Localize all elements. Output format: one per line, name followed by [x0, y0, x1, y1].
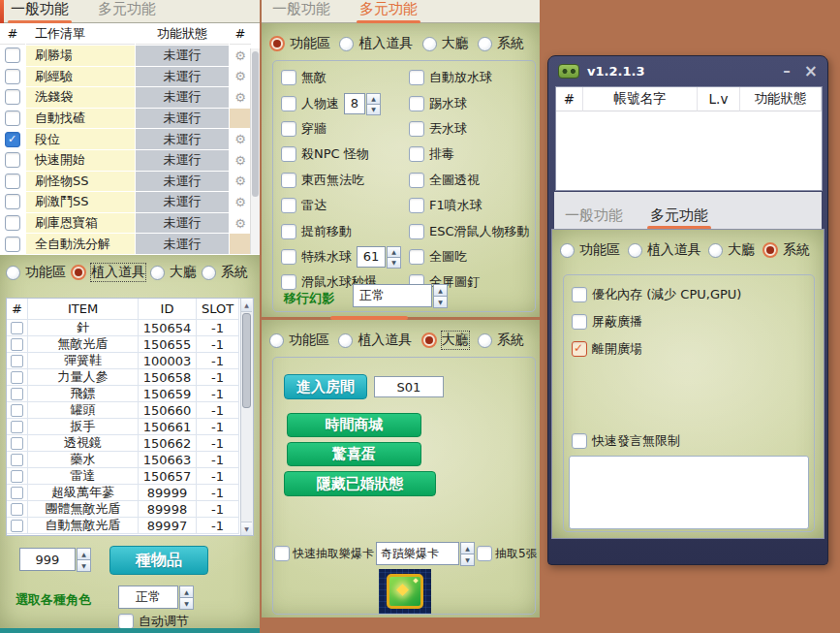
radio-lobby[interactable]: 大廳 [421, 332, 469, 349]
item-checkbox[interactable] [11, 437, 23, 450]
feature-checkbox[interactable]: 人物速8▲▼ [281, 90, 409, 115]
feature-checkbox[interactable]: 踢水球 [409, 90, 535, 115]
feature-stepper-value[interactable]: 8 [344, 93, 365, 114]
feature-checkbox[interactable]: 特殊水球61▲▼ [281, 244, 409, 269]
feature-checkbox[interactable]: 穿牆 [281, 116, 409, 142]
feature-checkbox[interactable]: ESC滑鼠人物移動 [409, 218, 535, 243]
radio-system[interactable]: 系統 [762, 241, 810, 259]
speech-text-area[interactable] [569, 456, 809, 529]
scrollbar-thumb[interactable] [242, 313, 251, 408]
radio-implant-item[interactable]: 植入道具 [628, 241, 701, 259]
feature-checkbox[interactable]: 全圖吃 [409, 244, 535, 269]
feature-checkbox[interactable]: 雷达 [281, 193, 409, 218]
fast-lottery-checkbox[interactable]: 快速抽取樂爆卡 [274, 546, 374, 562]
fast-speech-checkbox[interactable]: 快速發言無限制 [572, 432, 680, 450]
item-checkbox[interactable] [11, 371, 23, 384]
radio-system[interactable]: 系統 [478, 35, 524, 52]
feature-checkbox[interactable]: 提前移動 [281, 218, 409, 243]
feature-checkbox[interactable]: 自動放水球 [409, 65, 535, 90]
task-checkbox[interactable] [5, 152, 20, 168]
scroll-down-icon[interactable]: ▼ [241, 522, 252, 535]
shift-phantom-select[interactable]: 正常 ▲▼ [353, 284, 448, 307]
gear-icon[interactable]: ⚙ [230, 213, 251, 234]
quantity-stepper[interactable]: 999 ▲▼ [19, 548, 91, 571]
task-checkbox[interactable] [5, 194, 20, 209]
task-checkbox[interactable] [5, 174, 20, 189]
radio-function-area[interactable]: 功能區 [269, 35, 330, 52]
radio-lobby[interactable]: 大廳 [708, 241, 755, 259]
spin-down-icon[interactable]: ▼ [433, 296, 448, 308]
task-checkbox[interactable] [5, 89, 20, 105]
role-select[interactable]: 正常 ▲▼ [118, 586, 194, 609]
tab-general-functions[interactable]: 一般功能 [270, 0, 332, 22]
task-checkbox[interactable] [5, 111, 20, 126]
shift-phantom-value[interactable]: 正常 [353, 284, 432, 307]
item-checkbox[interactable] [11, 355, 23, 367]
radio-function-area[interactable]: 功能區 [269, 332, 329, 349]
item-checkbox[interactable] [11, 338, 23, 351]
radio-lobby[interactable]: 大廳 [150, 264, 197, 281]
item-checkbox[interactable] [11, 404, 23, 417]
minimize-button[interactable]: – [783, 62, 791, 79]
task-checkbox[interactable] [5, 215, 20, 231]
feature-checkbox[interactable]: 全圖透視 [409, 168, 535, 193]
gear-icon[interactable]: ⚙ [230, 150, 251, 171]
item-checkbox[interactable] [11, 470, 23, 483]
hide-married-status-button[interactable]: 隱藏已婚狀態 [284, 471, 436, 496]
feature-checkbox[interactable]: 東西無法吃 [281, 168, 409, 193]
item-checkbox[interactable] [11, 487, 23, 499]
item-checkbox[interactable] [11, 322, 23, 334]
radio-system[interactable]: 系統 [202, 264, 248, 281]
feature-checkbox[interactable]: 排毒 [409, 142, 535, 167]
spin-down-icon[interactable]: ▼ [77, 559, 91, 572]
room-code-input[interactable]: S01 [374, 376, 444, 397]
tab-general-functions[interactable]: 一般功能 [9, 0, 71, 22]
item-checkbox[interactable] [11, 520, 23, 532]
tab-multi-functions[interactable]: 多元功能 [358, 0, 420, 22]
gear-icon[interactable]: ⚙ [230, 129, 251, 149]
system-checkbox[interactable]: 屏蔽廣播 [572, 308, 741, 335]
task-checkbox[interactable] [5, 237, 20, 252]
radio-implant-item[interactable]: 植入道具 [339, 35, 413, 52]
item-checkbox[interactable] [11, 388, 23, 400]
feature-stepper[interactable]: 8▲▼ [344, 93, 381, 114]
gear-icon[interactable]: ⚙ [230, 87, 251, 108]
task-table-scrollbar[interactable] [250, 48, 260, 254]
plant-item-button[interactable]: 種物品 [109, 546, 208, 575]
feature-checkbox[interactable]: F1噴水球 [409, 193, 535, 218]
radio-implant-item[interactable]: 植入道具 [338, 332, 412, 349]
radio-implant-item[interactable]: 植入道具 [71, 264, 145, 281]
radio-function-area[interactable]: 功能區 [560, 241, 620, 259]
lottery-card-value[interactable]: 奇蹟樂爆卡 [376, 542, 459, 565]
item-checkbox[interactable] [11, 503, 23, 516]
spin-down-icon[interactable]: ▼ [179, 597, 194, 610]
gear-icon[interactable]: ⚙ [230, 172, 251, 192]
feature-checkbox[interactable]: 無敵 [281, 65, 409, 90]
scrollbar-thumb[interactable] [252, 51, 259, 197]
scroll-up-icon[interactable]: ▲ [241, 299, 252, 312]
tab-general-functions[interactable]: 一般功能 [563, 206, 625, 229]
quantity-value[interactable]: 999 [19, 548, 76, 571]
feature-stepper[interactable]: 61▲▼ [357, 246, 401, 268]
task-checkbox[interactable] [5, 47, 20, 63]
tab-multi-functions[interactable]: 多元功能 [96, 0, 158, 22]
spin-down-icon[interactable]: ▼ [366, 104, 381, 115]
task-checkbox[interactable] [5, 69, 20, 84]
surprise-egg-button[interactable]: 驚喜蛋 [287, 442, 421, 466]
gear-icon[interactable]: ⚙ [230, 192, 251, 212]
item-table-scrollbar[interactable]: ▲ ▼ [240, 299, 253, 535]
tab-multi-functions[interactable]: 多元功能 [648, 206, 710, 229]
feature-checkbox[interactable]: 丟水球 [409, 116, 535, 142]
enter-room-button[interactable]: 進入房間 [284, 374, 367, 399]
feature-stepper-value[interactable]: 61 [357, 246, 386, 268]
gear-icon[interactable]: ⚙ [230, 46, 251, 66]
role-value[interactable]: 正常 [118, 586, 178, 609]
close-button[interactable]: × [804, 61, 818, 80]
item-checkbox[interactable] [11, 421, 23, 433]
spin-down-icon[interactable]: ▼ [387, 257, 401, 269]
radio-lobby[interactable]: 大廳 [422, 35, 469, 52]
radio-system[interactable]: 系統 [478, 332, 524, 349]
time-shop-button[interactable]: 時間商城 [287, 413, 421, 437]
item-checkbox[interactable] [11, 454, 23, 466]
window-title-bar[interactable]: v1.2.1.3 – × [548, 56, 827, 85]
